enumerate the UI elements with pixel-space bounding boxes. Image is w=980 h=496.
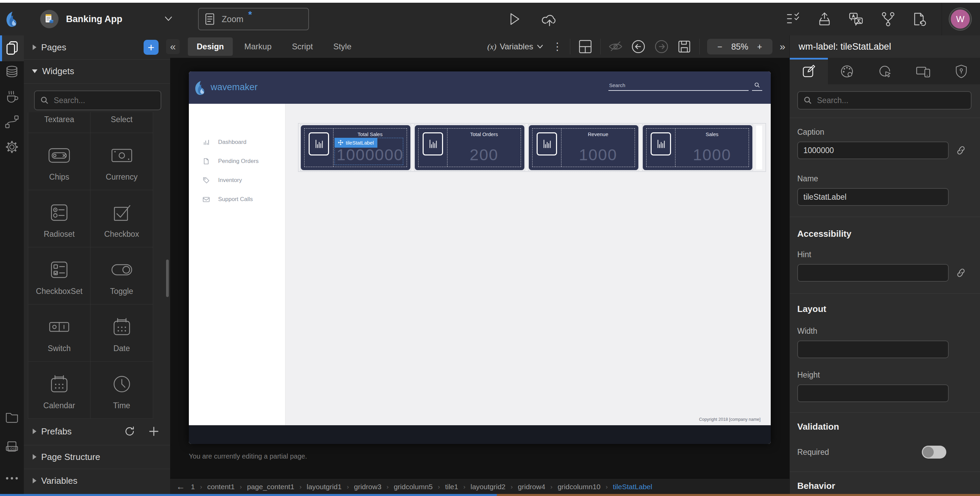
tile-value[interactable]: 1000 <box>562 146 635 163</box>
tile-total-orders[interactable]: Total Orders 200 <box>415 125 524 170</box>
localization-button[interactable] <box>848 11 864 27</box>
properties-search-input[interactable] <box>816 95 971 105</box>
more-options-icon[interactable] <box>5 474 19 482</box>
tab-properties[interactable] <box>790 58 828 84</box>
app-checklist-button[interactable] <box>786 11 801 27</box>
nav-support-calls[interactable]: Support Calls <box>189 190 285 209</box>
user-avatar[interactable]: W <box>950 8 971 30</box>
tile-total-sales[interactable]: Total Sales tileStatLabel 1000000 <box>301 125 410 170</box>
hint-input[interactable] <box>797 264 949 282</box>
zoom-in-button[interactable]: + <box>757 42 762 52</box>
crumb-content1[interactable]: content1 <box>207 483 235 491</box>
file-sync-button[interactable] <box>912 11 927 27</box>
variables-section-header[interactable]: Variables <box>24 469 170 493</box>
selected-widget-badge[interactable]: tileStatLabel <box>334 138 377 148</box>
java-services-icon[interactable] <box>5 89 19 104</box>
caption-input[interactable] <box>797 141 949 159</box>
log-file-icon[interactable]: LOG <box>5 440 19 455</box>
crumb-tile1[interactable]: tile1 <box>445 483 458 491</box>
open-page-tab[interactable]: Zoom * <box>198 8 309 30</box>
page-artboard[interactable]: wavemaker Dashboard <box>189 72 771 444</box>
widget-radioset[interactable]: Radioset <box>28 190 91 247</box>
add-page-button[interactable]: + <box>143 40 159 55</box>
search-icon[interactable] <box>752 81 762 91</box>
rail-item-pages[interactable] <box>0 35 24 61</box>
collapse-left-panel-button[interactable]: « <box>166 39 180 54</box>
more-menu-button[interactable]: ⋮ <box>552 41 563 52</box>
file-explorer-folder-icon[interactable] <box>5 410 19 424</box>
crumb-gridcolumn10[interactable]: gridcolumn10 <box>558 483 601 491</box>
tab-design[interactable]: Design <box>188 37 233 56</box>
crumb-gridrow3[interactable]: gridrow3 <box>354 483 382 491</box>
stats-layout-grid[interactable]: Total Sales tileStatLabel 1000000 <box>298 123 766 172</box>
project-icon[interactable] <box>40 10 59 28</box>
tab-style[interactable]: Style <box>324 37 360 56</box>
widget-time[interactable]: Time <box>91 362 153 418</box>
nav-inventory[interactable]: Inventory <box>189 171 285 190</box>
crumb-gridcolumn5[interactable]: gridcolumn5 <box>394 483 433 491</box>
tab-devices[interactable] <box>904 58 942 84</box>
widget-select[interactable]: Select <box>91 112 153 133</box>
tile-sales[interactable]: Sales 1000 <box>643 125 752 170</box>
properties-search[interactable] <box>797 91 972 110</box>
widget-chips[interactable]: Chips <box>28 133 91 190</box>
deploy-button[interactable] <box>817 11 832 27</box>
project-chevron-down-icon[interactable] <box>163 16 173 22</box>
tab-security[interactable] <box>942 58 980 84</box>
tab-script[interactable]: Script <box>283 37 321 56</box>
nav-pending-orders[interactable]: Pending Orders <box>189 152 285 171</box>
project-name[interactable]: Banking App <box>66 14 123 24</box>
redo-button[interactable] <box>654 39 669 54</box>
widgets-search-input[interactable] <box>53 95 161 105</box>
left-panel-scrollbar[interactable] <box>166 259 169 297</box>
add-prefab-icon[interactable] <box>148 426 159 437</box>
collapse-right-panel-button[interactable]: » <box>777 40 788 54</box>
widget-checkbox[interactable]: Checkbox <box>91 190 153 247</box>
app-search-input[interactable] <box>608 80 749 91</box>
nav-dashboard[interactable]: Dashboard <box>189 133 285 152</box>
undo-button[interactable] <box>630 39 646 54</box>
name-input[interactable] <box>797 188 949 206</box>
widget-switch[interactable]: Switch <box>28 304 91 361</box>
crumb-tilestatlabel[interactable]: tileStatLabel <box>613 483 652 491</box>
tile-value[interactable]: 1000 <box>675 146 749 163</box>
zoom-out-button[interactable]: − <box>717 42 722 52</box>
save-button[interactable] <box>677 39 692 54</box>
height-input[interactable] <box>797 385 949 402</box>
tile-value[interactable]: 200 <box>447 146 520 163</box>
widget-date[interactable]: Date <box>91 304 153 361</box>
widget-currency[interactable]: Currency <box>91 133 153 190</box>
hide-markers-button[interactable] <box>608 40 623 54</box>
bind-property-icon[interactable] <box>956 145 966 156</box>
widget-checkboxset[interactable]: CheckboxSet <box>28 247 91 304</box>
width-input[interactable] <box>797 340 949 358</box>
bind-property-icon[interactable] <box>956 267 966 278</box>
pages-section-header[interactable]: Pages + <box>24 35 170 60</box>
database-icon[interactable] <box>5 65 19 79</box>
widget-toggle[interactable]: Toggle <box>91 247 153 304</box>
crumb-gridrow4[interactable]: gridrow4 <box>518 483 546 491</box>
crumb-page-content1[interactable]: page_content1 <box>247 483 294 491</box>
widgets-section-header[interactable]: Widgets <box>24 59 170 84</box>
prefabs-section-header[interactable]: Prefabs <box>24 418 170 445</box>
crumb-layoutgrid1[interactable]: layoutgrid1 <box>307 483 342 491</box>
tile-revenue[interactable]: Revenue 1000 <box>529 125 638 170</box>
settings-gear-icon[interactable] <box>5 140 19 154</box>
app-search[interactable] <box>608 80 762 91</box>
tab-markup[interactable]: Markup <box>235 37 280 56</box>
page-structure-section-header[interactable]: Page Structure <box>24 445 170 469</box>
widget-textarea[interactable]: Textarea <box>28 112 91 133</box>
required-toggle[interactable] <box>922 446 946 459</box>
layout-grid-button[interactable] <box>578 39 593 54</box>
preview-cloud-upload-button[interactable] <box>541 11 559 27</box>
tab-styles[interactable] <box>828 58 866 84</box>
crumb-page[interactable]: 1 <box>191 483 195 491</box>
variables-dropdown[interactable]: (x) Variables <box>487 42 543 51</box>
crumb-layoutgrid2[interactable]: layoutgrid2 <box>471 483 506 491</box>
tab-events[interactable] <box>866 58 904 84</box>
run-app-button[interactable] <box>506 11 522 27</box>
api-connector-icon[interactable] <box>5 114 19 129</box>
back-arrow-icon[interactable]: ← <box>176 482 185 492</box>
widgets-search[interactable] <box>34 91 161 110</box>
refresh-prefabs-icon[interactable] <box>124 426 135 437</box>
